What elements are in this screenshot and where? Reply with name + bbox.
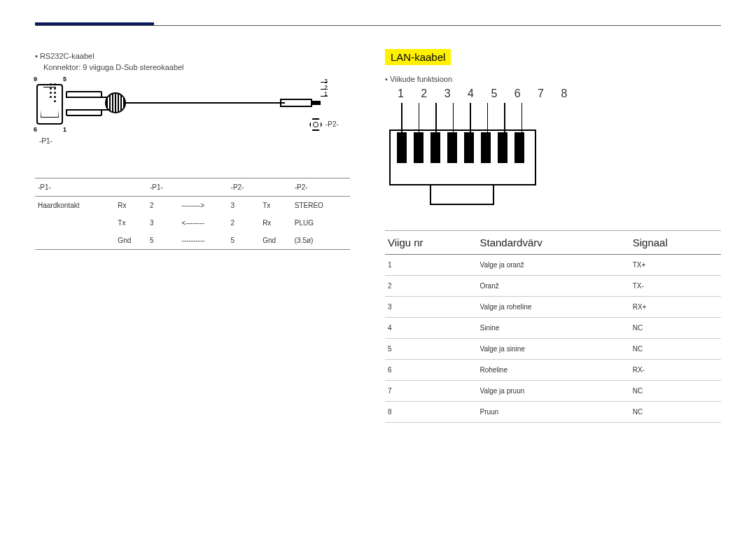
table-row: Gnd 5 ---------- 5 Gnd (3.5ø) <box>35 232 350 250</box>
left-column: RS232C-kaabel Konnektor: 9 viiguga D-Sub… <box>35 49 350 423</box>
table-row: 8 Pruun NC <box>385 402 721 423</box>
hdr-p1a: -P1- <box>35 178 115 197</box>
p2-label: -P2- <box>326 120 339 128</box>
table-row: 1 Valge ja oranž TX+ <box>385 255 721 276</box>
rs232-bullet: RS232C-kaabel <box>35 52 350 60</box>
table-row: 2 Oranž TX- <box>385 276 721 297</box>
rj45-diagram: 1 2 3 4 5 6 7 8 <box>385 87 721 220</box>
table-row: 7 Valge ja pruun NC <box>385 381 721 402</box>
table-header-row: Viigu nr Standardvärv Signaal <box>385 231 721 255</box>
hdr-p2a: -P2- <box>228 178 260 197</box>
lan-pin-table: Viigu nr Standardvärv Signaal 1 Valge ja… <box>385 230 721 423</box>
table-header-row: -P1- -P1- -P2- -P2- <box>35 178 350 197</box>
hdr-signaal: Signaal <box>630 231 721 255</box>
hdr-viigu: Viigu nr <box>385 231 477 255</box>
pin-label-1: 1 <box>63 126 66 133</box>
pin-label-6: 6 <box>34 126 37 133</box>
table-row: Haardkontakt Rx 2 --------> 3 Tx STEREO <box>35 197 350 215</box>
rj45-pin-numbers: 1 2 3 4 5 6 7 8 <box>398 87 574 100</box>
hdr-varv: Standardvärv <box>477 231 630 255</box>
pin-label-5: 5 <box>63 76 66 83</box>
top-rule <box>35 25 721 26</box>
table-row: 4 Sinine NC <box>385 318 721 339</box>
table-row: 5 Valge ja sinine NC <box>385 339 721 360</box>
hdr-p2b: -P2- <box>292 178 350 197</box>
right-column: LAN-kaabel Viikude funktsioon 1 2 3 4 5 … <box>385 49 721 423</box>
lan-heading: LAN-kaabel <box>385 49 451 65</box>
rs232-diagram: 9 5 6 1 -P1- 3 2 1 -P2- <box>35 80 350 171</box>
lan-bullet: Viikude funktsioon <box>385 75 721 83</box>
table-row: 6 Roheline RX- <box>385 360 721 381</box>
plug-num-1: 1 <box>324 91 328 97</box>
rs232-subline: Konnektor: 9 viiguga D-Sub stereokaabel <box>43 63 350 71</box>
table-row: Tx 3 <-------- 2 Rx PLUG <box>35 214 350 232</box>
pin-label-9: 9 <box>34 76 37 83</box>
p1-label: -P1- <box>39 137 52 145</box>
rs232-pin-table: -P1- -P1- -P2- -P2- Haardkontakt Rx 2 --… <box>35 178 350 250</box>
table-row: 3 Valge ja roheline RX+ <box>385 297 721 318</box>
hdr-p1b: -P1- <box>147 178 179 197</box>
